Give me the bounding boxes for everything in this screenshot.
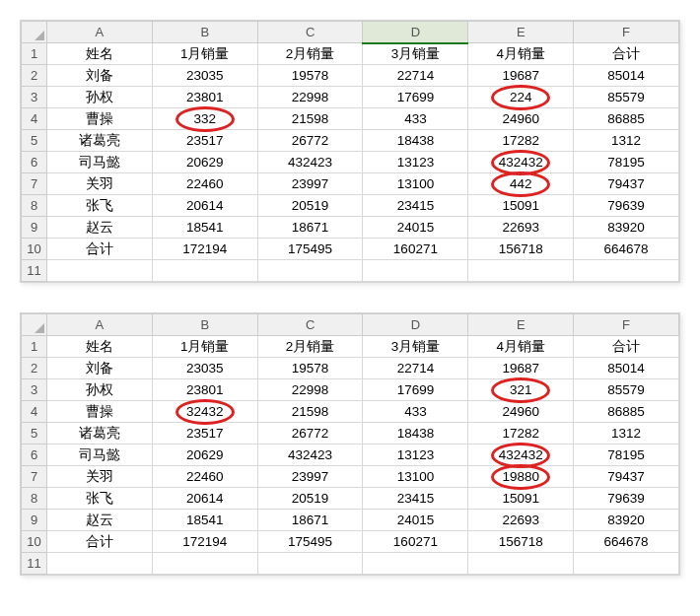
cell-9-D[interactable]: 24015 xyxy=(363,510,468,531)
cell-6-D[interactable]: 13123 xyxy=(363,445,468,466)
cell-3-F[interactable]: 85579 xyxy=(574,87,679,108)
cell-3-A[interactable]: 孙权 xyxy=(47,87,153,108)
cell-9-F[interactable]: 83920 xyxy=(574,217,679,239)
row-header-7[interactable]: 7 xyxy=(22,466,47,488)
cell-1-D[interactable]: 3月销量 xyxy=(363,43,468,65)
cell-6-E[interactable]: 432432 xyxy=(468,152,574,173)
cell-3-E[interactable]: 224 xyxy=(468,87,574,108)
cell-9-C[interactable]: 18671 xyxy=(257,510,363,531)
row-header-2[interactable]: 2 xyxy=(22,65,47,87)
row-header-10[interactable]: 10 xyxy=(22,239,47,260)
cell-3-B[interactable]: 23801 xyxy=(152,379,257,401)
cell-8-F[interactable]: 79639 xyxy=(574,488,679,510)
cell-10-D[interactable]: 160271 xyxy=(363,531,468,553)
cell-9-B[interactable]: 18541 xyxy=(152,510,257,531)
cell-10-C[interactable]: 175495 xyxy=(257,239,363,260)
col-header-D[interactable]: D xyxy=(363,314,468,336)
row-header-1[interactable]: 1 xyxy=(22,336,47,358)
cell-6-F[interactable]: 78195 xyxy=(574,152,679,173)
cell-4-D[interactable]: 433 xyxy=(363,401,468,423)
cell-3-D[interactable]: 17699 xyxy=(363,379,468,401)
cell-8-A[interactable]: 张飞 xyxy=(47,488,153,510)
cell-3-F[interactable]: 85579 xyxy=(574,379,679,401)
row-header-8[interactable]: 8 xyxy=(22,195,47,217)
cell-2-B[interactable]: 23035 xyxy=(152,358,257,379)
cell-6-E[interactable]: 432432 xyxy=(468,445,574,466)
cell-4-C[interactable]: 21598 xyxy=(257,108,363,130)
col-header-C[interactable]: C xyxy=(257,314,363,336)
cell-8-F[interactable]: 79639 xyxy=(574,195,679,217)
cell-8-E[interactable]: 15091 xyxy=(468,195,574,217)
cell-5-D[interactable]: 18438 xyxy=(363,423,468,445)
cell-8-E[interactable]: 15091 xyxy=(468,488,574,510)
col-header-E[interactable]: E xyxy=(468,22,574,43)
cell-6-F[interactable]: 78195 xyxy=(574,445,679,466)
cell-5-E[interactable]: 17282 xyxy=(468,423,574,445)
cell-6-C[interactable]: 432423 xyxy=(257,445,363,466)
cell-5-A[interactable]: 诸葛亮 xyxy=(47,423,153,445)
cell-3-B[interactable]: 23801 xyxy=(152,87,257,108)
select-all-corner[interactable] xyxy=(22,22,47,43)
cell-7-D[interactable]: 13100 xyxy=(363,173,468,195)
cell-11-C[interactable] xyxy=(257,553,363,575)
row-header-10[interactable]: 10 xyxy=(22,531,47,553)
cell-4-E[interactable]: 24960 xyxy=(468,108,574,130)
col-header-E[interactable]: E xyxy=(468,314,574,336)
cell-5-F[interactable]: 1312 xyxy=(574,423,679,445)
cell-8-C[interactable]: 20519 xyxy=(257,195,363,217)
cell-9-A[interactable]: 赵云 xyxy=(47,510,153,531)
col-header-D[interactable]: D xyxy=(363,22,468,43)
cell-2-F[interactable]: 85014 xyxy=(574,65,679,87)
row-header-4[interactable]: 4 xyxy=(22,401,47,423)
cell-1-C[interactable]: 2月销量 xyxy=(257,336,363,358)
cell-8-B[interactable]: 20614 xyxy=(152,488,257,510)
cell-6-C[interactable]: 432423 xyxy=(257,152,363,173)
row-header-1[interactable]: 1 xyxy=(22,43,47,65)
cell-7-C[interactable]: 23997 xyxy=(257,173,363,195)
cell-1-F[interactable]: 合计 xyxy=(574,336,679,358)
cell-9-D[interactable]: 24015 xyxy=(363,217,468,239)
cell-5-F[interactable]: 1312 xyxy=(574,130,679,152)
cell-4-C[interactable]: 21598 xyxy=(257,401,363,423)
cell-6-D[interactable]: 13123 xyxy=(363,152,468,173)
row-header-7[interactable]: 7 xyxy=(22,173,47,195)
cell-10-E[interactable]: 156718 xyxy=(468,239,574,260)
grid-body-2[interactable]: 1姓名1月销量2月销量3月销量4月销量合计2刘备2303519578227141… xyxy=(22,336,679,575)
col-header-F[interactable]: F xyxy=(574,314,679,336)
row-header-3[interactable]: 3 xyxy=(22,87,47,108)
cell-1-E[interactable]: 4月销量 xyxy=(468,336,574,358)
cell-9-A[interactable]: 赵云 xyxy=(47,217,153,239)
cell-3-D[interactable]: 17699 xyxy=(363,87,468,108)
cell-5-E[interactable]: 17282 xyxy=(468,130,574,152)
cell-4-A[interactable]: 曹操 xyxy=(47,108,153,130)
cell-2-A[interactable]: 刘备 xyxy=(47,358,153,379)
cell-7-E[interactable]: 19880 xyxy=(468,466,574,488)
cell-11-D[interactable] xyxy=(363,260,468,282)
cell-7-F[interactable]: 79437 xyxy=(574,173,679,195)
cell-4-B[interactable]: 332 xyxy=(152,108,257,130)
cell-8-B[interactable]: 20614 xyxy=(152,195,257,217)
cell-1-F[interactable]: 合计 xyxy=(574,43,679,65)
cell-11-A[interactable] xyxy=(47,553,153,575)
cell-11-A[interactable] xyxy=(47,260,153,282)
cell-1-B[interactable]: 1月销量 xyxy=(152,336,257,358)
cell-4-A[interactable]: 曹操 xyxy=(47,401,153,423)
cell-3-C[interactable]: 22998 xyxy=(257,87,363,108)
cell-2-A[interactable]: 刘备 xyxy=(47,65,153,87)
cell-2-D[interactable]: 22714 xyxy=(363,358,468,379)
row-header-5[interactable]: 5 xyxy=(22,423,47,445)
row-header-3[interactable]: 3 xyxy=(22,379,47,401)
cell-5-D[interactable]: 18438 xyxy=(363,130,468,152)
cell-6-B[interactable]: 20629 xyxy=(152,152,257,173)
cell-11-E[interactable] xyxy=(468,260,574,282)
cell-4-F[interactable]: 86885 xyxy=(574,401,679,423)
cell-11-F[interactable] xyxy=(574,260,679,282)
cell-1-B[interactable]: 1月销量 xyxy=(152,43,257,65)
cell-7-A[interactable]: 关羽 xyxy=(47,173,153,195)
cell-1-D[interactable]: 3月销量 xyxy=(363,336,468,358)
cell-8-C[interactable]: 20519 xyxy=(257,488,363,510)
cell-9-C[interactable]: 18671 xyxy=(257,217,363,239)
cell-2-E[interactable]: 19687 xyxy=(468,358,574,379)
select-all-corner[interactable] xyxy=(22,314,47,336)
cell-11-B[interactable] xyxy=(152,553,257,575)
